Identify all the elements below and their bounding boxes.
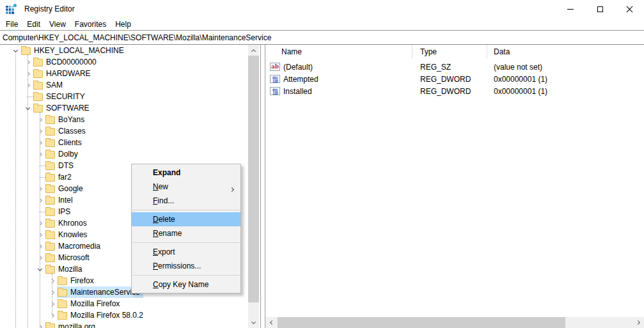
tree-item-hkey-local-machine[interactable]: HKEY_LOCAL_MACHINE — [0, 45, 260, 56]
tree-expand-chevron-icon[interactable] — [35, 240, 45, 252]
tree-item-label: Google — [58, 184, 85, 194]
tree-item-label: SAM — [45, 80, 65, 91]
tree-expand-chevron-icon[interactable] — [35, 229, 45, 240]
registry-editor-app-icon — [6, 4, 17, 15]
tree-expand-chevron-icon[interactable] — [22, 68, 33, 79]
column-header-type[interactable]: Type — [412, 45, 487, 59]
tree-item-label: Knowles — [58, 230, 89, 240]
tree-expand-chevron-icon[interactable] — [35, 160, 45, 171]
folder-icon — [45, 139, 55, 147]
scroll-up-button[interactable] — [248, 45, 259, 56]
menu-favorites[interactable]: Favorites — [74, 19, 107, 29]
tree-expand-chevron-icon[interactable] — [35, 183, 45, 194]
tree-expand-chevron-icon[interactable] — [47, 298, 57, 309]
tree-item-mozilla-firefox[interactable]: Mozilla Firefox — [0, 298, 260, 309]
value-row-installed[interactable]: Installed REG_DWORD 0x00000001 (1) — [265, 85, 644, 97]
tree-item-sam[interactable]: SAM — [0, 79, 260, 91]
tree-expand-chevron-icon[interactable] — [35, 194, 45, 206]
value-data: 0x00000001 (1) — [487, 87, 644, 96]
value-row-default[interactable]: (Default) REG_SZ (value not set) — [265, 61, 644, 73]
tree-expand-chevron-icon[interactable] — [35, 263, 45, 275]
context-menu-item-export[interactable]: Export — [132, 245, 240, 259]
scrollbar-track[interactable] — [276, 317, 633, 328]
tree-expand-chevron-icon[interactable] — [35, 171, 45, 183]
folder-icon — [45, 116, 55, 124]
tree-expand-chevron-icon[interactable] — [35, 217, 45, 229]
submenu-chevron-right-icon — [230, 184, 233, 193]
tree-item-mozilla-firefox-58-0-2[interactable]: Mozilla Firefox 58.0.2 — [0, 309, 260, 321]
address-bar[interactable]: Computer\HKEY_LOCAL_MACHINE\SOFTWARE\Moz… — [0, 30, 644, 45]
folder-icon — [58, 277, 67, 285]
tree-expand-chevron-icon[interactable] — [22, 56, 33, 68]
column-header-name[interactable]: Name — [265, 45, 412, 59]
tree-item-clients[interactable]: Clients — [0, 137, 260, 148]
tree-item-hardware[interactable]: HARDWARE — [0, 68, 260, 79]
context-menu-item-label: Delete — [153, 215, 175, 224]
context-menu-item-rename[interactable]: Rename — [132, 226, 240, 240]
menu-file[interactable]: File — [5, 19, 19, 29]
tree-expand-chevron-icon[interactable] — [22, 102, 33, 114]
folder-icon — [45, 197, 55, 205]
folder-icon — [45, 243, 55, 251]
minimize-button[interactable] — [556, 0, 585, 18]
tree-expand-chevron-icon[interactable] — [35, 137, 45, 148]
tree-expand-chevron-icon[interactable] — [47, 286, 57, 298]
menu-view[interactable]: View — [49, 19, 67, 29]
close-button[interactable] — [615, 0, 644, 18]
tree-expand-chevron-icon[interactable] — [35, 206, 45, 217]
context-menu-item-permissions[interactable]: Permissions... — [132, 259, 240, 273]
values-horizontal-scrollbar[interactable] — [265, 317, 644, 328]
tree-expand-chevron-icon[interactable] — [47, 275, 57, 286]
pane-splitter[interactable] — [260, 45, 265, 328]
tree-item-software[interactable]: SOFTWARE — [0, 102, 260, 114]
folder-icon — [33, 93, 43, 101]
context-menu-item-copy-key-name[interactable]: Copy Key Name — [132, 277, 240, 292]
tree-expand-chevron-icon[interactable] — [35, 114, 45, 125]
context-menu-item-label: New — [153, 182, 168, 191]
value-data: 0x00000001 (1) — [487, 75, 644, 84]
context-menu-item-delete[interactable]: Delete — [132, 212, 240, 226]
folder-icon — [33, 82, 43, 90]
tree-item-label: far2 — [58, 172, 74, 183]
value-name: Attempted — [283, 75, 318, 84]
menu-edit[interactable]: Edit — [26, 19, 41, 29]
tree-expand-chevron-icon[interactable] — [47, 309, 57, 321]
dword-value-icon — [270, 87, 280, 95]
tree-item-label: DTS — [58, 160, 75, 171]
scroll-right-button[interactable] — [633, 317, 644, 328]
folder-icon — [58, 289, 67, 297]
value-name: (Default) — [283, 63, 313, 72]
tree-item-label: HARDWARE — [45, 68, 93, 79]
tree-item-security[interactable]: SECURITY — [0, 91, 260, 102]
tree-item-classes[interactable]: Classes — [0, 125, 260, 137]
context-menu-item-expand[interactable]: Expand — [132, 166, 240, 180]
context-menu-item-label: Copy Key Name — [153, 280, 208, 289]
tree-scrollbar-thumb[interactable] — [248, 56, 259, 302]
menu-help[interactable]: Help — [114, 19, 132, 29]
tree-expand-chevron-icon[interactable] — [22, 91, 33, 102]
tree-item-boyans[interactable]: BoYans — [0, 114, 260, 125]
context-menu-item-find[interactable]: Find... — [132, 194, 240, 208]
tree-item-label: BCD00000000 — [45, 57, 98, 68]
tree-expand-chevron-icon[interactable] — [35, 125, 45, 137]
context-menu-separator — [132, 210, 240, 210]
tree-expand-chevron-icon[interactable] — [10, 45, 20, 56]
tree-item-dolby[interactable]: Dolby — [0, 148, 260, 160]
value-row-attempted[interactable]: Attempted REG_DWORD 0x00000001 (1) — [265, 73, 644, 85]
tree-vertical-scrollbar[interactable] — [248, 45, 259, 328]
context-menu-item-new[interactable]: New — [132, 180, 240, 194]
values-scrollbar-thumb[interactable] — [278, 317, 565, 328]
column-header-data[interactable]: Data — [487, 45, 644, 59]
maximize-button[interactable] — [585, 0, 615, 18]
tree-expand-chevron-icon[interactable] — [35, 252, 45, 263]
folder-icon — [33, 70, 43, 78]
tree-item-mozilla-org[interactable]: mozilla.org — [0, 321, 260, 328]
tree-expand-chevron-icon[interactable] — [35, 321, 45, 328]
tree-expand-chevron-icon[interactable] — [22, 79, 33, 91]
tree-expand-chevron-icon[interactable] — [35, 148, 45, 160]
tree-item-bcd00000000[interactable]: BCD00000000 — [0, 56, 260, 68]
folder-icon — [45, 128, 55, 136]
scroll-down-button[interactable] — [248, 317, 259, 328]
value-type: REG_DWORD — [412, 87, 487, 96]
scroll-left-button[interactable] — [265, 317, 276, 328]
